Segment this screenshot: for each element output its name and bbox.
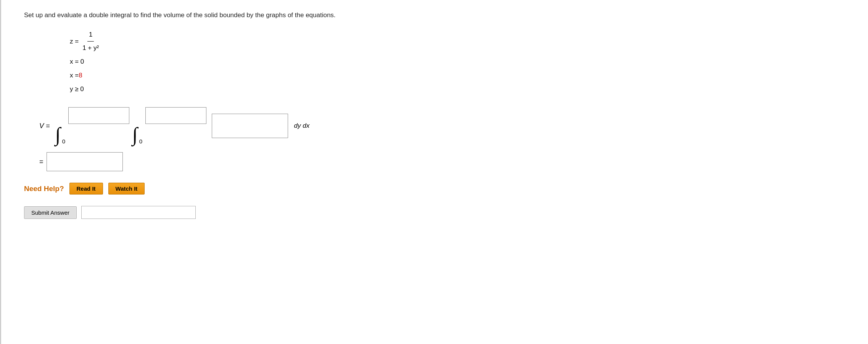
fraction-numerator: 1 (87, 28, 94, 42)
equations-block: z = 1 1 + y² x = 0 x = 8 y ≥ 0 (70, 28, 853, 96)
submit-answer-input[interactable] (81, 206, 196, 219)
lower-label-2: 0 (139, 138, 142, 145)
equation-x0: x = 0 (70, 55, 853, 68)
z-label: z = (70, 35, 79, 48)
equals-sign: = (39, 158, 43, 166)
watch-it-button[interactable]: Watch It (108, 183, 145, 195)
equation-z: z = 1 1 + y² (70, 28, 853, 55)
v-equals-label: V = (39, 122, 50, 130)
read-it-button[interactable]: Read It (69, 183, 103, 195)
fraction: 1 1 + y² (81, 28, 100, 55)
submit-section: Submit Answer (24, 206, 853, 219)
equals-row: = (39, 152, 853, 171)
page-container: Set up and evaluate a double integral to… (0, 0, 868, 344)
equation-x8: x = 8 (70, 69, 853, 82)
upper-limit-2-input[interactable] (145, 107, 206, 124)
lower-label-1: 0 (62, 138, 65, 145)
integrand-input[interactable] (212, 114, 288, 138)
integral-symbol-2: ∫ (132, 125, 138, 145)
need-help-section: Need Help? Read It Watch It (24, 183, 853, 195)
problem-text: Set up and evaluate a double integral to… (24, 11, 853, 19)
submit-button[interactable]: Submit Answer (24, 206, 77, 219)
fraction-denominator: 1 + y² (81, 42, 100, 55)
dy-dx-label: dy dx (294, 122, 310, 130)
integral-symbol-1: ∫ (55, 125, 61, 145)
upper-limit-1-input[interactable] (68, 107, 129, 124)
answer-input[interactable] (47, 152, 123, 171)
equation-y0: y ≥ 0 (70, 83, 853, 96)
need-help-label: Need Help? (24, 185, 64, 193)
